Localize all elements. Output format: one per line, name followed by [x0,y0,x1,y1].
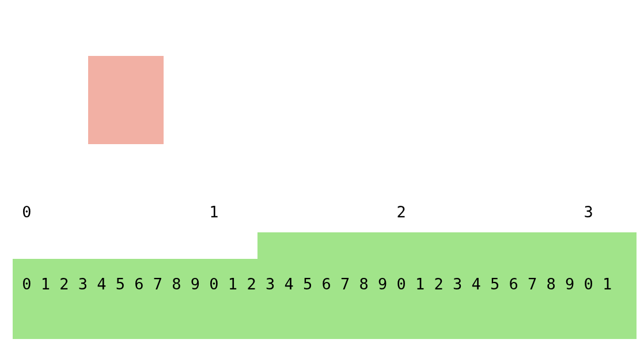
payload-highlight [13,312,637,339]
opcode-highlight [88,56,164,144]
payload-highlight [257,232,637,259]
websocket-frame-diagram: 0 1 2 3 0 1 2 3 4 5 6 7 8 9 0 1 2 3 4 5 … [0,0,644,354]
bit-ruler-major: 0 1 2 3 [13,204,644,221]
bit-ruler-minor: 0 1 2 3 4 5 6 7 8 9 0 1 2 3 4 5 6 7 8 9 … [13,276,644,293]
